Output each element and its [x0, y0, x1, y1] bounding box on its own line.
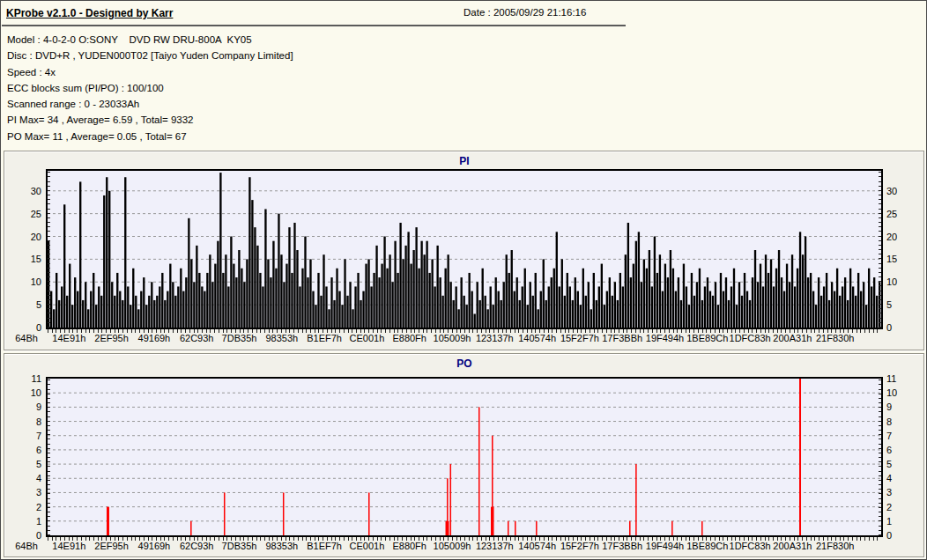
pi-chart-panel: PI 00551010151520202525303064Bh14E91h2EF… [4, 151, 924, 350]
pi-bar [441, 296, 443, 328]
pi-bar [119, 291, 121, 328]
pi-bar [498, 291, 500, 328]
pi-bar [746, 291, 748, 328]
po-bar [368, 492, 370, 535]
pi-bar [765, 254, 767, 328]
pi-bar [167, 291, 168, 328]
pi-bar [108, 191, 110, 328]
x-axis-label: 1BE89Ch [686, 541, 728, 551]
pi-bar [375, 246, 377, 328]
pi-bar [143, 277, 145, 328]
pi-bar [495, 277, 497, 328]
pi-bar [124, 177, 126, 328]
pi-bar [328, 309, 330, 328]
pi-bar [503, 282, 505, 328]
pi-bar [604, 305, 605, 328]
pi-bar [487, 309, 489, 328]
pi-bar [873, 277, 875, 328]
pi-bar [823, 286, 825, 328]
pi-bar [77, 291, 78, 328]
pi-bar [717, 305, 719, 328]
pi-bar [659, 254, 661, 328]
pi-bar [783, 291, 785, 328]
x-axis-label: 62C93h [180, 541, 214, 551]
info-line: Scanned range : 0 - 23033Ah [7, 96, 293, 112]
pi-bar [87, 309, 89, 328]
y-axis-label: 15 [6, 254, 41, 265]
pi-bars-svg [48, 171, 881, 328]
info-line: PI Max= 34 , Average= 6.59 , Total= 9332 [7, 112, 293, 128]
pi-bar [130, 305, 131, 328]
x-axis-label: 7DB35h [222, 333, 257, 343]
pi-bar [601, 264, 603, 328]
pi-bar [211, 282, 213, 328]
pi-bar [264, 209, 266, 328]
pi-bar [159, 286, 160, 328]
pi-bar [447, 254, 449, 328]
pi-bar [370, 286, 372, 328]
x-axis-label: 123137h [476, 541, 514, 551]
x-axis-label: B1EF7h [307, 541, 342, 551]
pi-bar [527, 305, 529, 328]
pi-bar [538, 309, 539, 328]
x-axis-label: 14E91h [52, 541, 85, 551]
pi-bar [185, 277, 187, 328]
pi-bar [312, 291, 314, 328]
po-bar [450, 464, 452, 535]
y-axis-label: 11 [886, 373, 922, 385]
pi-bar [246, 259, 248, 328]
info-line: Disc : DVD+R , YUDEN000T02 [Taiyo Yuden … [7, 48, 293, 63]
pi-bar [188, 218, 189, 328]
pi-bar [524, 269, 526, 328]
pi-bar [720, 273, 722, 328]
pi-bar [559, 286, 560, 328]
pi-bar [842, 286, 843, 328]
y-axis-label: 7 [6, 431, 41, 442]
x-axis-label: 1BE89Ch [686, 333, 728, 343]
y-axis-label: 20 [6, 232, 41, 243]
pi-bar [847, 300, 849, 328]
pi-bar [304, 237, 306, 328]
y-axis-label: 9 [6, 402, 41, 413]
pi-bar [288, 227, 290, 328]
pi-bar [569, 286, 571, 328]
x-axis-label: E880Fh [392, 333, 426, 343]
pi-bar [270, 277, 271, 328]
x-axis-label: 17F3BBh [602, 541, 642, 551]
pi-bar [69, 264, 70, 328]
pi-bar [272, 241, 274, 328]
pi-bar [807, 277, 809, 328]
pi-bar [614, 282, 616, 328]
pi-bar [680, 300, 682, 328]
po-right-minor-ticks [879, 379, 881, 535]
pi-bar [490, 286, 492, 328]
pi-bar [582, 269, 584, 328]
pi-bar [378, 277, 380, 328]
pi-bar [588, 282, 590, 328]
pi-bar [106, 177, 108, 328]
y-axis-label: 3 [6, 487, 41, 498]
pi-bar [770, 259, 772, 328]
pi-bar [330, 277, 332, 328]
pi-bar [111, 282, 113, 328]
pi-bar [153, 300, 155, 328]
pi-bar [844, 277, 846, 328]
po-bar [107, 507, 109, 535]
y-axis-label: 6 [886, 445, 922, 456]
x-axis-label: 49169h [138, 333, 171, 343]
pi-bar [635, 241, 637, 328]
pi-bar [691, 273, 693, 328]
pi-bar [402, 259, 404, 328]
pi-bar [704, 286, 706, 328]
pi-bar [876, 296, 878, 328]
pi-bar [506, 254, 508, 328]
pi-bar [675, 291, 677, 328]
pi-bar [805, 237, 806, 328]
y-axis-label: 6 [6, 445, 41, 456]
pi-bar [412, 250, 414, 328]
pi-bar [664, 264, 666, 328]
pi-bar [323, 254, 324, 328]
pi-bar [646, 269, 648, 328]
pi-bar [428, 273, 430, 328]
pi-bar [725, 277, 727, 328]
